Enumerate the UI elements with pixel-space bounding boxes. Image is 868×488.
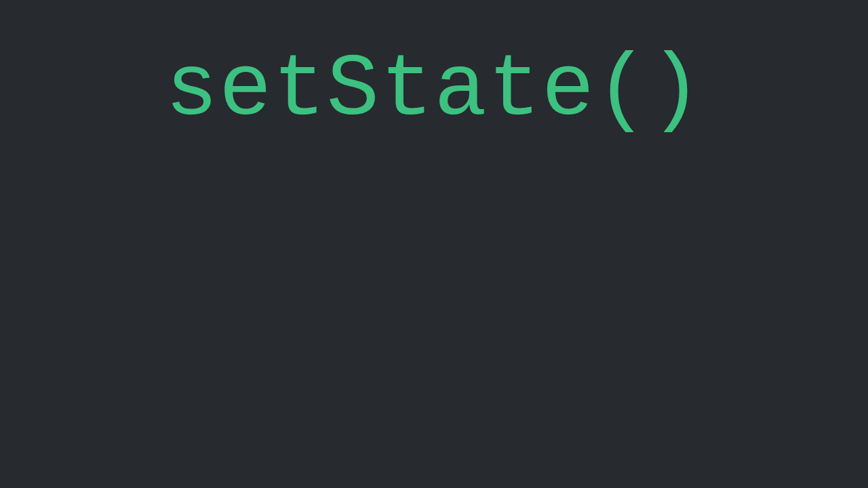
code-snippet: setState() [165, 41, 703, 140]
